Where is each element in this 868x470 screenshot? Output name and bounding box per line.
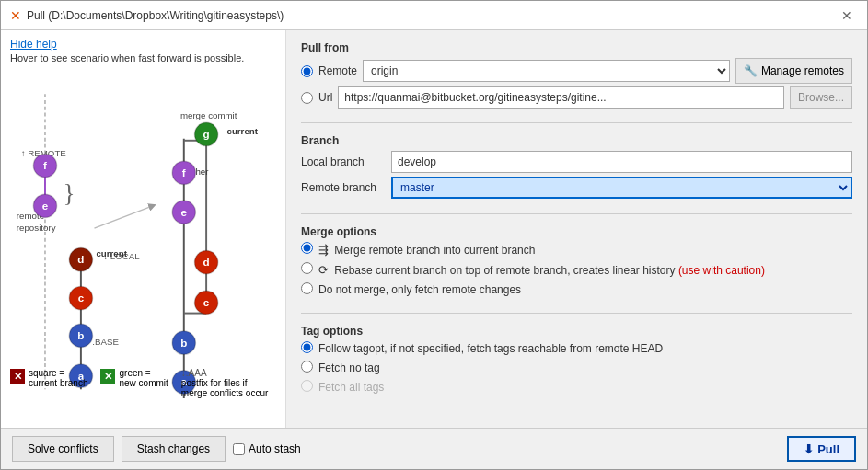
remote-radio-row: Remote origin 🔧 Manage remotes <box>301 58 852 84</box>
tag-option-2-row: Fetch no tag <box>301 361 852 376</box>
title-bar: ✕ Pull (D:\Documents\Dropbox\Writing\git… <box>1 1 867 30</box>
merge-option-1-row: ⇶ Merge remote branch into current branc… <box>301 242 852 258</box>
svg-text:f: f <box>43 159 47 171</box>
legend: ✕ square = current branch ✕ green = new … <box>10 368 268 398</box>
svg-text:g: g <box>203 128 210 140</box>
branch-section-label: Branch <box>301 134 852 147</box>
svg-text:d: d <box>203 256 210 268</box>
local-branch-input[interactable] <box>391 151 852 173</box>
merge-option-3-row: Do not merge, only fetch remote changes <box>301 282 852 298</box>
merge-option-3-label: Do not merge, only fetch remote changes <box>318 282 521 298</box>
url-input[interactable] <box>338 86 784 109</box>
pull-label: Pull <box>817 442 839 456</box>
svg-text:f: f <box>182 166 186 178</box>
pull-icon: ⬇ <box>804 442 814 456</box>
hover-hint-text: Hover to see scenario when fast forward … <box>10 52 276 63</box>
remote-branch-select[interactable]: master <box>391 177 852 199</box>
url-radio-row: Url Browse... <box>301 86 852 109</box>
manage-remotes-label: Manage remotes <box>761 64 844 77</box>
caution-text: (use with caution) <box>678 264 765 277</box>
tag-option-1-row: Follow tagopt, if not specified, fetch t… <box>301 341 852 357</box>
url-radio-label: Url <box>318 91 332 104</box>
remote-radio[interactable] <box>301 65 313 77</box>
legend-square-item: ✕ square = current branch <box>10 368 87 398</box>
svg-text:merge commit: merge commit <box>180 110 237 120</box>
remote-radio-label: Remote <box>318 64 357 77</box>
svg-text:d: d <box>77 253 84 265</box>
divider1 <box>301 122 852 123</box>
tag-option-1-label: Follow tagopt, if not specified, fetch t… <box>318 341 663 357</box>
local-branch-label: Local branch <box>301 155 384 168</box>
divider2 <box>301 213 852 214</box>
left-panel: Hide help Hover to see scenario when fas… <box>1 30 286 428</box>
merge-options-label: Merge options <box>301 225 852 238</box>
app-icon: ✕ <box>10 8 21 23</box>
solve-conflicts-button[interactable]: Solve conflicts <box>12 436 114 462</box>
svg-text:b: b <box>77 329 84 341</box>
pull-from-label: Pull from <box>301 41 852 54</box>
postfix-symbol: ↓.AAA <box>181 368 268 378</box>
tag-options-label: Tag options <box>301 325 852 338</box>
legend-green-label: green = new commit <box>119 368 168 388</box>
merge-option-3-radio[interactable] <box>301 282 313 294</box>
browse-label: Browse... <box>798 91 844 104</box>
svg-text:c: c <box>78 292 85 304</box>
remote-branch-row: Remote branch master <box>301 177 852 199</box>
window-title: Pull (D:\Documents\Dropbox\Writing\gitin… <box>27 9 284 22</box>
svg-text:her: her <box>195 166 209 177</box>
tag-options-section: Tag options Follow tagopt, if not specif… <box>301 325 852 398</box>
pull-button[interactable]: ⬇ Pull <box>787 436 856 462</box>
auto-stash-row: Auto stash <box>233 442 301 455</box>
merge-option-1-radio[interactable] <box>301 242 313 254</box>
main-content: Hide help Hover to see scenario when fas… <box>1 30 867 428</box>
svg-text:current: current <box>226 126 258 136</box>
browse-button[interactable]: Browse... <box>790 86 852 109</box>
legend-red-square: ✕ <box>10 369 25 384</box>
legend-green-square: ✕ <box>100 369 115 384</box>
legend-square-label: square = current branch <box>29 368 87 388</box>
svg-text:current: current <box>96 248 127 258</box>
tag-option-2-label: Fetch no tag <box>318 361 380 376</box>
local-branch-row: Local branch <box>301 151 852 173</box>
tag-option-3-row: Fetch all tags <box>301 380 852 395</box>
hide-help-link[interactable]: Hide help <box>10 38 276 51</box>
merge-option-2-row: ⟳ Rebase current branch on top of remote… <box>301 262 852 279</box>
merge-option-2-radio[interactable] <box>301 262 313 274</box>
svg-text:e: e <box>181 206 188 218</box>
remote-select[interactable]: origin <box>363 60 730 82</box>
url-radio[interactable] <box>301 92 313 104</box>
auto-stash-checkbox[interactable] <box>233 443 245 455</box>
auto-stash-label: Auto stash <box>249 442 301 455</box>
svg-text:c: c <box>203 296 210 308</box>
svg-line-3 <box>94 206 152 228</box>
graph-area: } ↑ REMOTE ↓ LOCAL ↓ .BASE remote reposi… <box>10 67 277 398</box>
postfix-text: postfix for files if merge conflicts occ… <box>181 378 268 398</box>
right-panel: Pull from Remote origin 🔧 Manage remotes… <box>286 30 867 428</box>
svg-text:e: e <box>42 200 49 212</box>
pull-from-section: Pull from Remote origin 🔧 Manage remotes… <box>301 41 852 111</box>
remote-branch-label: Remote branch <box>301 181 384 194</box>
svg-text:}: } <box>63 179 75 207</box>
merge-option-1-label: ⇶ Merge remote branch into current branc… <box>318 242 535 258</box>
manage-remotes-button[interactable]: 🔧 Manage remotes <box>735 58 852 84</box>
graph-svg: } ↑ REMOTE ↓ LOCAL ↓ .BASE remote reposi… <box>10 67 277 398</box>
title-bar-left: ✕ Pull (D:\Documents\Dropbox\Writing\git… <box>10 8 284 23</box>
tag-option-3-label: Fetch all tags <box>318 380 384 395</box>
tag-option-3-radio[interactable] <box>301 380 313 392</box>
svg-text:repository: repository <box>17 223 56 233</box>
svg-text:b: b <box>180 337 187 349</box>
legend-green-item: ✕ green = new commit <box>100 368 168 398</box>
main-window: ✕ Pull (D:\Documents\Dropbox\Writing\git… <box>0 0 868 470</box>
merge-option-2-label: ⟳ Rebase current branch on top of remote… <box>318 262 765 279</box>
branch-section: Branch Local branch Remote branch master <box>301 134 852 202</box>
tag-option-2-radio[interactable] <box>301 361 313 373</box>
bottom-bar: Solve conflicts Stash changes Auto stash… <box>1 428 867 469</box>
postfix-label: ↓.AAA postfix for files if merge conflic… <box>181 368 268 398</box>
close-button[interactable]: ✕ <box>836 6 858 25</box>
stash-changes-button[interactable]: Stash changes <box>122 436 226 462</box>
divider3 <box>301 313 852 314</box>
manage-remotes-icon: 🔧 <box>744 64 758 77</box>
merge-options-section: Merge options ⇶ Merge remote branch into… <box>301 225 852 302</box>
tag-option-1-radio[interactable] <box>301 341 313 353</box>
